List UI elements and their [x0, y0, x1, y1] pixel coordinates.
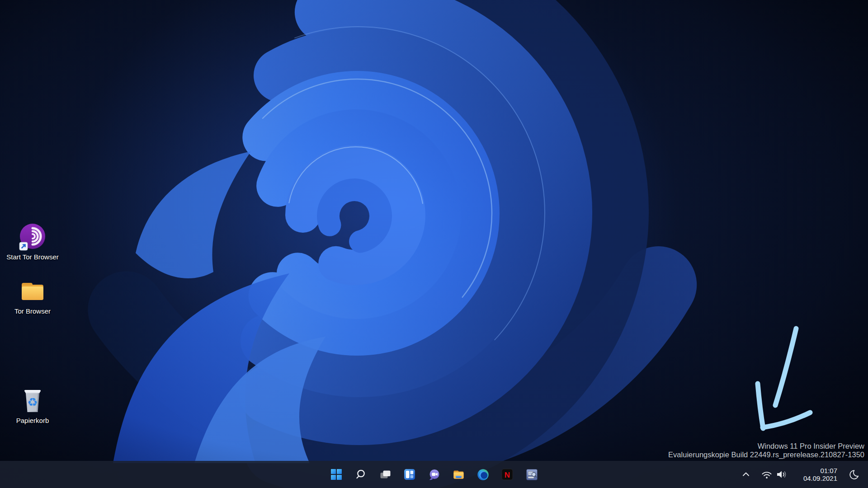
watermark-line-2: Evaluierungskopie Build 22449.rs_prerele… — [668, 450, 864, 459]
task-view-button[interactable] — [376, 465, 394, 483]
file-explorer-button[interactable] — [449, 465, 467, 483]
chevron-up-icon — [741, 469, 751, 479]
volume-icon — [776, 469, 788, 480]
edge-icon — [477, 469, 489, 481]
recycle-glyph: ♻ — [27, 395, 38, 409]
taskbar: N — [0, 461, 868, 488]
focus-assist-button[interactable] — [844, 465, 863, 483]
search-button[interactable] — [352, 465, 370, 483]
chat-button[interactable] — [425, 465, 443, 483]
system-tray: 01:07 04.09.2021 — [736, 465, 863, 483]
wallpaper-bloom — [0, 0, 868, 488]
desktop-icon-label: Tor Browser — [14, 307, 51, 315]
search-icon — [355, 469, 367, 480]
tor-browser-shortcut-icon — [19, 223, 47, 251]
desktop-icon-label: Papierkorb — [16, 417, 49, 424]
desktop-icon-recycle-bin[interactable]: ♻ Papierkorb — [5, 387, 61, 424]
setup-wizard-icon — [526, 469, 538, 481]
quick-settings-button[interactable] — [758, 465, 791, 483]
task-view-icon — [379, 469, 391, 480]
moon-icon — [848, 469, 859, 480]
desktop-icon-label: Start Tor Browser — [6, 253, 59, 261]
file-explorer-icon — [453, 469, 465, 481]
recycle-bin-icon: ♻ — [19, 387, 47, 415]
netflix-button[interactable]: N — [498, 465, 516, 483]
clock-time: 01:07 — [820, 467, 837, 474]
desktop-icon-tor-browser-folder[interactable]: Tor Browser — [5, 277, 61, 315]
start-button[interactable] — [327, 465, 345, 483]
widgets-icon — [404, 469, 415, 480]
netflix-letter: N — [505, 471, 510, 479]
insider-watermark: Windows 11 Pro Insider Preview Evaluieru… — [668, 442, 864, 459]
clock-date: 04.09.2021 — [803, 474, 837, 482]
desktop: Start Tor Browser Tor Browser — [0, 0, 868, 488]
taskbar-clock[interactable]: 01:07 04.09.2021 — [794, 467, 841, 482]
setup-wizard-button[interactable] — [523, 465, 541, 483]
taskbar-center-icons: N — [327, 465, 541, 483]
folder-icon — [19, 277, 47, 305]
watermark-line-1: Windows 11 Pro Insider Preview — [668, 442, 864, 450]
desktop-icon-start-tor-browser[interactable]: Start Tor Browser — [5, 223, 61, 261]
widgets-button[interactable] — [401, 465, 419, 483]
tray-overflow-button[interactable] — [736, 465, 755, 483]
wifi-icon — [761, 469, 773, 480]
chat-icon — [428, 469, 440, 481]
netflix-icon: N — [501, 469, 513, 480]
edge-button[interactable] — [474, 465, 492, 483]
windows-logo-icon — [330, 469, 342, 480]
